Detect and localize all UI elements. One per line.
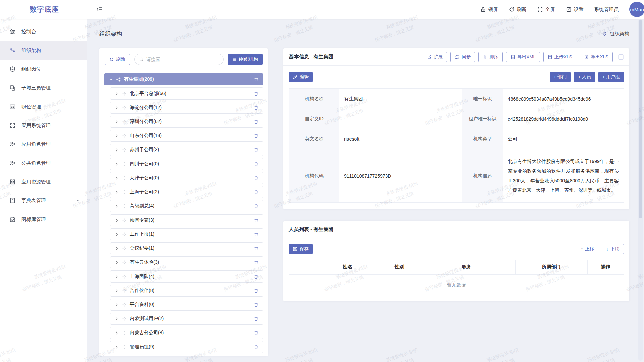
chevron-right-icon[interactable] [115,106,119,110]
tree-node[interactable]: 合作伙伴(8) [110,285,263,297]
delete-node-button[interactable] [253,161,259,167]
tree-node[interactable]: 顾问专家(3) [110,214,263,226]
tree-node[interactable]: 上海子公司(2) [110,186,263,198]
drag-handle-icon[interactable] [122,330,127,335]
chevron-right-icon[interactable] [115,176,119,180]
sidebar-item-icon-library[interactable]: 图标库管理 [0,210,87,229]
delete-node-button[interactable] [253,302,259,308]
tree-node[interactable]: 山东分公司(18) [110,130,263,142]
delete-node-button[interactable] [253,231,259,237]
chevron-right-icon[interactable] [115,232,119,237]
sidebar-item-public-role-mgmt[interactable]: 公共角色管理 [0,154,87,172]
drag-handle-icon[interactable] [122,260,127,265]
chevron-right-icon[interactable] [115,317,119,321]
menu-fold-icon[interactable] [96,6,103,13]
tree-node[interactable]: 四川子公司(0) [110,158,263,170]
drag-handle-icon[interactable] [122,288,127,293]
tree-search-input[interactable] [146,57,219,62]
add-usergroup-button[interactable]: + 用户组 [598,72,624,82]
sidebar-item-app-role-mgmt[interactable]: 应用角色管理 [0,135,87,154]
delete-node-button[interactable] [253,344,259,350]
sidebar-item-console[interactable]: 控制台 [0,22,87,41]
delete-node-button[interactable] [253,245,259,251]
tree-node[interactable]: 会议纪要(1) [110,242,263,254]
breadcrumb[interactable]: 组织架构 [283,19,629,48]
drag-handle-icon[interactable] [122,105,127,110]
add-person-button[interactable]: + 人员 [574,72,595,82]
chevron-right-icon[interactable] [115,120,119,124]
chevron-right-icon[interactable] [115,134,119,138]
drag-handle-icon[interactable] [122,302,127,307]
delete-node-button[interactable] [253,288,259,294]
tree-refresh-button[interactable]: 刷新 [105,54,130,65]
delete-node-button[interactable] [253,203,259,209]
sidebar-item-subdomain-admins[interactable]: 子域三员管理 [0,78,87,97]
sidebar-item-dictionary-mgmt[interactable]: 字典表管理 [0,191,87,210]
sidebar-item-org-structure[interactable]: 组织架构 [0,41,87,60]
lock-screen-button[interactable]: 锁屏 [480,6,498,13]
drag-handle-icon[interactable] [122,316,127,321]
chevron-right-icon[interactable] [115,204,119,208]
page-scrollbar-track[interactable] [638,19,643,361]
sidebar-item-app-system-mgmt[interactable]: 应用系统管理 [0,116,87,135]
tree-node[interactable]: 高级副总(4) [110,200,263,212]
refresh-page-button[interactable]: 刷新 [509,6,527,13]
drag-handle-icon[interactable] [122,190,127,194]
org-structure-switch-button[interactable]: 组织机构 [228,54,263,65]
tree-node[interactable]: 工作上报(1) [110,228,263,240]
delete-node-button[interactable] [253,175,259,181]
drag-handle-icon[interactable] [122,246,127,251]
drag-handle-icon[interactable] [122,147,127,152]
chevron-right-icon[interactable] [115,331,119,335]
avatar[interactable]: mMan [629,2,644,17]
drag-handle-icon[interactable] [122,218,127,223]
tree-node[interactable]: 管理员组(9) [110,341,263,353]
drag-handle-icon[interactable] [122,91,127,96]
tree-node[interactable]: 上海团队(4) [110,270,263,283]
save-button[interactable]: 保存 [289,244,313,254]
drag-handle-icon[interactable] [122,176,127,180]
delete-node-button[interactable] [253,105,259,111]
settings-button[interactable]: 设置 [566,6,584,13]
chevron-right-icon[interactable] [115,162,119,166]
page-scrollbar-thumb[interactable] [639,20,642,218]
delete-node-button[interactable] [253,217,259,223]
delete-node-button[interactable] [253,133,259,139]
current-user-name[interactable]: 系统管理员 [594,6,619,13]
upload-xls-button[interactable]: 上传XLS [543,52,577,62]
chevron-right-icon[interactable] [115,190,119,194]
chevron-right-icon[interactable] [115,246,119,251]
export-xls-button[interactable]: 导出XLS [580,52,613,62]
expand-button[interactable]: 扩展 [423,52,447,62]
tree-node-root[interactable]: 有生集团(209) [104,73,263,85]
drag-handle-icon[interactable] [122,345,127,349]
tree-node[interactable]: 有生云体验(3) [110,256,263,268]
tree-node[interactable]: 天津子公司(0) [110,172,263,184]
delete-node-button[interactable] [253,147,259,153]
collapse-panel-icon[interactable] [618,54,624,60]
chevron-down-icon[interactable] [109,77,113,82]
chevron-right-icon[interactable] [115,345,119,349]
tree-node[interactable]: 苏州子公司(2) [110,144,263,156]
add-department-button[interactable]: + 部门 [550,72,571,82]
chevron-right-icon[interactable] [115,148,119,152]
delete-node-button[interactable] [253,189,259,195]
chevron-right-icon[interactable] [115,303,119,307]
delete-node-button[interactable] [253,274,259,280]
tree-node[interactable]: 平台资料(0) [110,299,263,311]
drag-handle-icon[interactable] [122,119,127,124]
move-down-button[interactable]: ↓ 下移 [602,244,624,254]
sidebar-item-app-resource-mgmt[interactable]: 应用资源管理 [0,172,87,191]
chevron-right-icon[interactable] [115,260,119,265]
chevron-right-icon[interactable] [115,275,119,279]
move-up-button[interactable]: ↑ 上移 [577,244,599,254]
drag-handle-icon[interactable] [122,204,127,208]
delete-node-button[interactable] [253,259,259,265]
drag-handle-icon[interactable] [122,232,127,237]
tree-node[interactable]: 海淀分公司(12) [110,102,263,114]
tree-node[interactable]: 北京平台总部(66) [110,87,263,100]
export-xml-button[interactable]: 导出XML [506,52,540,62]
drag-handle-icon[interactable] [122,133,127,138]
sort-button[interactable]: 排序 [478,52,503,62]
sidebar-item-org-post[interactable]: 子域三员管理 组织岗位 [0,60,87,78]
